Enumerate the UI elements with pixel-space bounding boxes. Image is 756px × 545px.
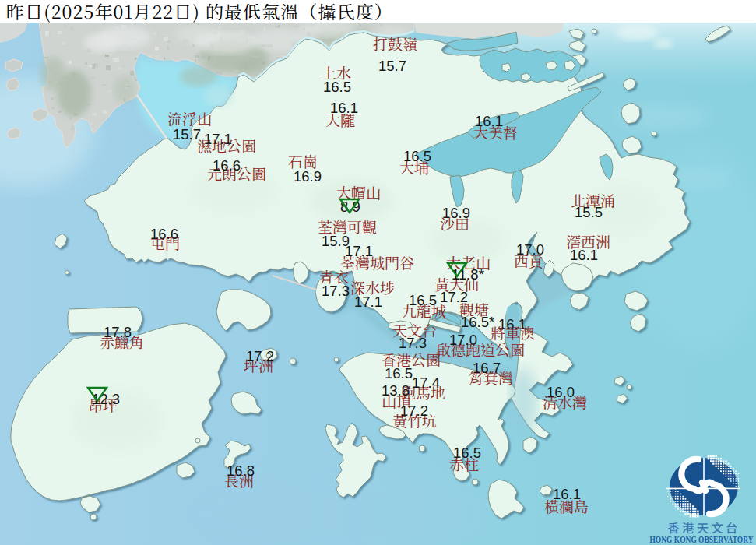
svg-text:16.5: 16.5 xyxy=(385,365,413,382)
svg-text:16.5*: 16.5* xyxy=(461,314,494,330)
svg-text:17.0: 17.0 xyxy=(449,332,477,348)
svg-text:17.1: 17.1 xyxy=(354,294,382,310)
svg-text:HONG KONG OBSERVATORY: HONG KONG OBSERVATORY xyxy=(650,535,754,545)
svg-text:17.1: 17.1 xyxy=(345,243,373,259)
svg-text:16.9: 16.9 xyxy=(442,205,470,221)
svg-text:16.6: 16.6 xyxy=(150,226,178,242)
svg-text:17.3: 17.3 xyxy=(322,283,350,299)
svg-text:16.1: 16.1 xyxy=(475,113,503,129)
svg-text:16.1: 16.1 xyxy=(498,316,526,332)
svg-text:15.7: 15.7 xyxy=(378,58,406,74)
svg-text:15.5: 15.5 xyxy=(575,204,603,220)
svg-text:16.8: 16.8 xyxy=(227,462,255,479)
svg-text:17.4: 17.4 xyxy=(412,374,440,391)
svg-text:17.8: 17.8 xyxy=(104,324,132,340)
svg-text:16.1: 16.1 xyxy=(570,247,598,263)
svg-text:17.2: 17.2 xyxy=(440,289,468,305)
svg-text:16.5: 16.5 xyxy=(403,148,431,164)
svg-text:16.6: 16.6 xyxy=(213,157,241,174)
svg-text:流浮山: 流浮山 xyxy=(167,107,212,128)
svg-text:17.3: 17.3 xyxy=(399,335,427,351)
svg-text:16.5: 16.5 xyxy=(453,445,481,461)
svg-text:16.5: 16.5 xyxy=(323,79,351,95)
svg-text:17.2: 17.2 xyxy=(400,403,428,419)
svg-text:13.8: 13.8 xyxy=(382,382,410,399)
svg-text:16.7: 16.7 xyxy=(473,360,501,376)
svg-text:香港天文台: 香港天文台 xyxy=(667,519,740,536)
svg-text:16.0: 16.0 xyxy=(547,384,575,400)
svg-text:16.9: 16.9 xyxy=(294,168,322,185)
svg-text:16.1: 16.1 xyxy=(553,486,581,502)
svg-text:17.0: 17.0 xyxy=(516,241,544,258)
svg-text:打鼓嶺: 打鼓嶺 xyxy=(373,33,417,54)
svg-text:17.1: 17.1 xyxy=(204,131,232,147)
svg-text:昨日(2025年01月22日) 的最低氣溫（攝氏度）: 昨日(2025年01月22日) 的最低氣溫（攝氏度） xyxy=(6,0,393,24)
svg-text:16.1: 16.1 xyxy=(330,100,358,116)
svg-text:16.5: 16.5 xyxy=(409,292,437,308)
svg-text:17.2: 17.2 xyxy=(246,348,274,364)
svg-text:15.7: 15.7 xyxy=(173,126,201,142)
